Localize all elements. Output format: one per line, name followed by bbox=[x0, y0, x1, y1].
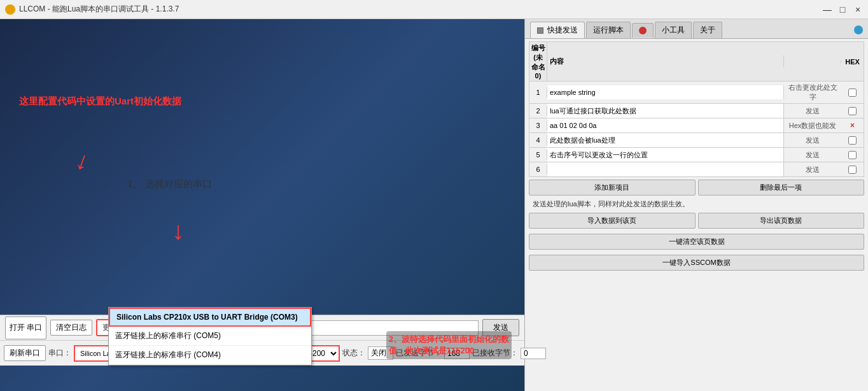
bottom-buttons: 添加新项目 删除最后一项 bbox=[525, 177, 868, 198]
delete-last-button[interactable]: 删除最后一项 bbox=[698, 180, 865, 195]
bottom-buttons-4: 一键导入SSCOM数据 bbox=[525, 252, 868, 273]
row-input-1[interactable] bbox=[547, 85, 783, 99]
row-content-2[interactable] bbox=[547, 104, 784, 118]
tab-about-label: 关于 bbox=[700, 25, 715, 34]
table-header: 编号 (未命名0) 内容 HEX bbox=[529, 41, 864, 81]
tab-run-script[interactable]: 运行脚本 bbox=[586, 22, 631, 38]
title-bar: LLCOM - 能跑Lua脚本的串口调试工具 - 1.1.3.7 — □ × bbox=[0, 0, 868, 19]
row-hex-5[interactable] bbox=[841, 151, 864, 159]
red-icon bbox=[639, 27, 647, 34]
row-content-4[interactable] bbox=[547, 133, 784, 147]
bottom-buttons-2: 导入数据到该页 导出该页数据 bbox=[525, 210, 868, 231]
table-row: 1 右击更改此处文字 bbox=[529, 81, 864, 103]
annotation-3: 2、波特选择代码里面初始化的数 值，此次测试是115200 bbox=[386, 331, 512, 359]
row-hex-6[interactable] bbox=[841, 166, 864, 174]
row-hex-2[interactable] bbox=[841, 107, 864, 115]
clear-page-button[interactable]: 一键清空该页数据 bbox=[529, 234, 864, 250]
info-text-container: 发送处理的lua脚本，同样对此处发送的数据生效。 bbox=[525, 198, 868, 210]
annotation-2: 1、 选择对应的串口 bbox=[127, 178, 212, 190]
open-port-button[interactable]: 打开 串口 bbox=[5, 316, 46, 339]
arrow-1: ↓ bbox=[72, 145, 94, 176]
export-data-button[interactable]: 导出该页数据 bbox=[698, 213, 865, 229]
row-action-3[interactable]: Hex数据也能发 bbox=[784, 120, 841, 132]
row-num-1: 1 bbox=[529, 87, 547, 97]
right-panel: 快捷发送 运行脚本 小工具 关于 编号 (未命名0) 内容 bbox=[524, 19, 868, 391]
row-hex-3[interactable]: × bbox=[841, 121, 864, 130]
row-action-2[interactable]: 发送 bbox=[784, 105, 841, 117]
tab-quick-send[interactable]: 快捷发送 bbox=[530, 22, 585, 38]
bottom-buttons-3: 一键清空该页数据 bbox=[525, 231, 868, 252]
row-input-5[interactable] bbox=[547, 148, 783, 162]
row-input-6[interactable] bbox=[547, 162, 783, 176]
row-action-5[interactable]: 发送 bbox=[784, 149, 841, 161]
window-title: LLCOM - 能跑Lua脚本的串口调试工具 - 1.1.3.7 bbox=[19, 4, 179, 15]
row-action-4[interactable]: 发送 bbox=[784, 134, 841, 146]
main-area: 这里配置代码中设置的Uart初始化数据 ↓ 1、 选择对应的串口 ↓ 打开 串口… bbox=[0, 19, 868, 391]
info-text: 发送处理的lua脚本，同样对此处发送的数据生效。 bbox=[529, 199, 693, 209]
tab-quick-send-label: 快捷发送 bbox=[547, 25, 578, 34]
refresh-port-button[interactable]: 刷新串口 bbox=[4, 345, 46, 361]
dropdown-item-com4[interactable]: 蓝牙链接上的标准串行 (COM4) bbox=[109, 346, 311, 365]
row-input-4[interactable] bbox=[547, 133, 783, 147]
row-input-2[interactable] bbox=[547, 104, 783, 118]
recv-value: 0 bbox=[521, 348, 546, 359]
tab-bar: 快捷发送 运行脚本 小工具 关于 bbox=[525, 19, 868, 39]
col-action-header bbox=[784, 60, 841, 63]
annotation-1: 这里配置代码中设置的Uart初始化数据 bbox=[19, 96, 181, 108]
row-hex-4[interactable] bbox=[841, 136, 864, 145]
port-label: 串口： bbox=[48, 348, 71, 359]
table-row: 4 发送 bbox=[529, 132, 864, 147]
tab-tools[interactable]: 小工具 bbox=[655, 22, 692, 38]
clear-log-button[interactable]: 清空日志 bbox=[50, 320, 92, 336]
status-label: 状态： bbox=[342, 348, 365, 359]
close-button[interactable]: × bbox=[853, 4, 863, 15]
table-row: 6 发送 bbox=[529, 162, 864, 177]
minimize-button[interactable]: — bbox=[822, 4, 832, 15]
arrow-2: ↓ bbox=[172, 217, 185, 245]
dropdown-item-com5[interactable]: 蓝牙链接上的标准串行 (COM5) bbox=[109, 327, 311, 346]
row-content-3[interactable] bbox=[547, 118, 784, 132]
row-action-1[interactable]: 右击更改此处文字 bbox=[784, 82, 841, 103]
maximize-button[interactable]: □ bbox=[837, 4, 848, 15]
blue-dot-icon bbox=[854, 25, 863, 34]
table-row: 2 发送 bbox=[529, 103, 864, 118]
col-hex-header: HEX bbox=[841, 57, 864, 67]
tab-about[interactable]: 关于 bbox=[693, 22, 722, 38]
tab-tools-label: 小工具 bbox=[662, 25, 685, 34]
window-controls: — □ × bbox=[822, 4, 863, 15]
app-icon bbox=[5, 4, 15, 15]
table-header-container: 编号 (未命名0) 内容 HEX 1 右击更改此处文字 2 发送 bbox=[525, 39, 868, 177]
row-num-6: 6 bbox=[529, 164, 547, 174]
add-item-button[interactable]: 添加新项目 bbox=[529, 180, 696, 195]
import-sscom-button[interactable]: 一键导入SSCOM数据 bbox=[529, 255, 864, 271]
row-action-6[interactable]: 发送 bbox=[784, 164, 841, 176]
row-content-1[interactable] bbox=[547, 85, 784, 99]
row-input-3[interactable] bbox=[547, 118, 783, 132]
tab-red-icon[interactable] bbox=[632, 23, 654, 38]
col-content-header: 内容 bbox=[547, 55, 784, 68]
import-data-button[interactable]: 导入数据到该页 bbox=[529, 213, 696, 229]
row-hex-1[interactable] bbox=[841, 89, 864, 97]
tab-run-script-label: 运行脚本 bbox=[593, 25, 624, 34]
row-num-4: 4 bbox=[529, 135, 547, 145]
row-num-5: 5 bbox=[529, 150, 547, 160]
com-dropdown-popup[interactable]: Silicon Labs CP210x USB to UART Bridge (… bbox=[108, 307, 312, 366]
tab-quick-send-icon bbox=[537, 27, 543, 34]
col-num-header: 编号 (未命名0) bbox=[529, 42, 547, 81]
table-row: 5 发送 bbox=[529, 147, 864, 162]
row-content-6[interactable] bbox=[547, 162, 784, 176]
left-panel: 这里配置代码中设置的Uart初始化数据 ↓ 1、 选择对应的串口 ↓ 打开 串口… bbox=[0, 19, 524, 391]
dropdown-item-com3[interactable]: Silicon Labs CP210x USB to UART Bridge (… bbox=[109, 308, 311, 327]
row-content-5[interactable] bbox=[547, 148, 784, 162]
row-num-3: 3 bbox=[529, 120, 547, 131]
row-num-2: 2 bbox=[529, 106, 547, 116]
table-row: 3 Hex数据也能发 × bbox=[529, 118, 864, 132]
